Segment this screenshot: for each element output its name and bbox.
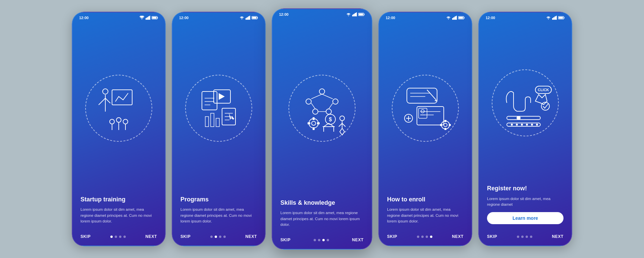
- svg-rect-96: [556, 16, 557, 20]
- wifi-icon-3: [346, 12, 351, 16]
- svg-rect-58: [317, 122, 320, 124]
- dot-5-1: [517, 236, 519, 238]
- status-time-2: 12:00: [179, 16, 189, 20]
- skip-button-5[interactable]: SKIP: [487, 234, 497, 239]
- svg-point-47: [326, 109, 331, 114]
- svg-rect-40: [356, 13, 357, 16]
- svg-rect-1: [147, 17, 148, 19]
- svg-point-15: [123, 119, 128, 124]
- skills-knowledge-illustration: $: [293, 80, 351, 137]
- svg-rect-102: [507, 116, 540, 120]
- screens-container: 12:00: [72, 8, 572, 250]
- skip-button-1[interactable]: SKIP: [80, 234, 91, 239]
- status-bar-5: 12:00: [479, 12, 572, 21]
- dot-5-4: [530, 236, 532, 238]
- svg-rect-29: [205, 117, 209, 127]
- svg-line-65: [342, 123, 345, 127]
- status-icons-2: [239, 16, 258, 20]
- status-time-3: 12:00: [279, 12, 288, 16]
- illustration-4: [379, 21, 472, 196]
- dots-5: [517, 236, 532, 238]
- phone-screen-4: 12:00: [378, 12, 472, 246]
- svg-rect-22: [252, 17, 257, 18]
- dot-3-3: [322, 239, 325, 241]
- dot-5-2: [521, 236, 524, 238]
- phone-screen-2: 12:00: [172, 12, 266, 246]
- svg-rect-17: [246, 18, 247, 20]
- svg-rect-72: [459, 17, 463, 18]
- bottom-nav-3: SKIP NEXT: [272, 238, 372, 249]
- svg-rect-67: [452, 18, 453, 20]
- battery-icon-4: [458, 16, 465, 20]
- status-icons-3: [346, 12, 365, 16]
- dot-4-3: [426, 236, 428, 238]
- svg-point-106: [516, 124, 518, 126]
- svg-text:$: $: [329, 117, 332, 122]
- battery-icon-3: [358, 12, 365, 16]
- svg-point-13: [116, 118, 121, 122]
- screen-body-3: Lorem ipsum dolor sit dim amet, mea regi…: [280, 210, 364, 228]
- svg-rect-19: [248, 17, 249, 20]
- next-button-5[interactable]: NEXT: [552, 234, 564, 239]
- status-time-5: 12:00: [486, 16, 495, 20]
- illustration-2: [172, 21, 265, 196]
- illustration-circle-1: [85, 75, 152, 142]
- svg-rect-31: [216, 118, 219, 127]
- svg-line-64: [339, 123, 342, 127]
- next-button-3[interactable]: NEXT: [352, 238, 364, 242]
- screen-body-4: Lorem ipsum dolor sit dim amet, mea regi…: [387, 207, 464, 224]
- svg-text:CLICK: CLICK: [538, 88, 549, 92]
- svg-rect-95: [555, 17, 556, 20]
- svg-point-11: [110, 119, 114, 124]
- screen-title-2: Programs: [180, 196, 257, 203]
- dots-3: [314, 239, 329, 241]
- status-time-1: 12:00: [79, 16, 89, 20]
- svg-rect-78: [417, 107, 444, 125]
- content-4: How to enroll Lorem ipsum dolor sit dim …: [379, 196, 472, 234]
- status-bar-1: 12:00: [72, 12, 165, 21]
- dot-1-4: [123, 236, 126, 238]
- wifi-icon: [140, 16, 144, 20]
- svg-rect-93: [552, 18, 553, 20]
- svg-point-44: [306, 99, 311, 104]
- svg-point-53: [309, 119, 318, 128]
- svg-line-49: [322, 94, 333, 99]
- svg-rect-5: [152, 17, 157, 18]
- svg-rect-0: [146, 18, 147, 20]
- illustration-circle-3: $: [288, 75, 356, 142]
- dot-5-3: [526, 236, 528, 238]
- bottom-nav-2: SKIP NEXT: [172, 234, 265, 246]
- svg-marker-66: [340, 128, 344, 135]
- svg-line-48: [311, 94, 322, 99]
- skip-button-4[interactable]: SKIP: [387, 234, 397, 239]
- illustration-circle-5: CLICK: [492, 69, 559, 136]
- skip-button-3[interactable]: SKIP: [280, 238, 290, 242]
- signal-icon-4: [452, 16, 457, 20]
- svg-point-105: [511, 124, 513, 126]
- signal-icon: [146, 16, 150, 20]
- next-button-2[interactable]: NEXT: [246, 234, 257, 239]
- screen-title-1: Startup training: [80, 196, 157, 203]
- content-2: Programs Lorem ipsum dolor sit dim amet,…: [172, 196, 265, 234]
- dot-4-1: [417, 236, 419, 238]
- svg-line-9: [105, 98, 110, 103]
- svg-rect-98: [559, 17, 563, 18]
- svg-point-62: [340, 116, 344, 121]
- skip-button-2[interactable]: SKIP: [180, 234, 191, 239]
- learn-more-button[interactable]: Learn more: [487, 212, 564, 224]
- svg-rect-90: [444, 128, 446, 130]
- screen-body-2: Lorem ipsum dolor sit dim amet, mea regi…: [180, 207, 257, 224]
- svg-point-7: [103, 89, 108, 94]
- svg-rect-42: [359, 13, 363, 15]
- battery-icon-2: [252, 16, 258, 20]
- status-bar-2: 12:00: [172, 12, 265, 21]
- svg-rect-39: [355, 13, 356, 16]
- svg-point-110: [536, 124, 538, 126]
- next-button-1[interactable]: NEXT: [146, 234, 157, 239]
- dot-1-3: [119, 236, 121, 238]
- phone-screen-5: 12:00: [478, 12, 572, 246]
- next-button-4[interactable]: NEXT: [452, 234, 464, 239]
- svg-rect-89: [444, 120, 446, 122]
- illustration-circle-4: [392, 75, 459, 142]
- svg-point-101: [541, 102, 549, 110]
